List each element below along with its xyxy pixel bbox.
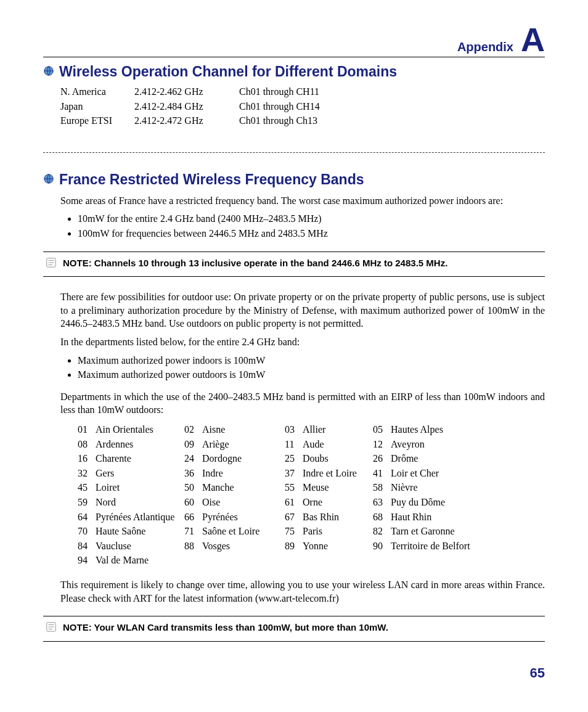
dept-code: 24 [184, 452, 200, 465]
dept-code: 61 [285, 496, 300, 509]
dept-code: 60 [184, 496, 200, 509]
dept-code: 68 [373, 510, 388, 524]
power-bullets: Maximum authorized power indoors is 100m… [78, 354, 545, 382]
dept-name: Doubs [303, 452, 370, 465]
dept-code: 50 [184, 481, 200, 494]
note-text: NOTE: Your WLAN Card transmits less than… [63, 621, 388, 634]
dept-code: 05 [373, 423, 388, 436]
dept-code: 25 [285, 452, 300, 465]
list-item: 100mW for frequencies between 2446.5 MHz… [78, 227, 545, 240]
dept-name: Nièvre [391, 481, 477, 494]
dept-code: 75 [285, 525, 300, 538]
note-text: NOTE: Channels 10 through 13 inclusive o… [63, 257, 447, 269]
cell: 2.412-2.462 GHz [134, 85, 239, 99]
dept-code: 36 [184, 467, 200, 480]
dept-name: Yonne [303, 539, 370, 553]
dept-code: 71 [184, 525, 200, 538]
paragraph: Departments in which the use of the 2400… [60, 390, 545, 417]
dept-code: 03 [285, 423, 300, 436]
dept-code: 90 [373, 539, 388, 553]
dept-name: Indre et Loire [303, 467, 370, 480]
dept-name: Aisne [202, 423, 282, 436]
intro-paragraph: Some areas of France have a restricted f… [60, 194, 545, 208]
section1-content: N. America 2.412-2.462 GHz Ch01 through … [60, 85, 545, 128]
dept-name: Gers [96, 467, 182, 480]
note-icon [46, 257, 57, 272]
dept-name: Drôme [391, 452, 477, 465]
section2-heading: France Restricted Wireless Frequency Ban… [43, 170, 545, 189]
dept-name: Indre [202, 467, 282, 480]
cell: Japan [60, 100, 134, 113]
dept-name: Haute Saône [96, 525, 182, 538]
cell: Europe ETSI [60, 114, 134, 128]
dept-code: 94 [78, 554, 93, 567]
note-box-2: NOTE: Your WLAN Card transmits less than… [43, 616, 545, 642]
dept-code: 55 [285, 481, 300, 494]
dept-name: Ardennes [96, 438, 182, 451]
dept-name: Nord [96, 496, 182, 509]
dept-code: 58 [373, 481, 388, 494]
dept-name: Territoire de Belfort [391, 539, 477, 553]
page-header: Appendix A [43, 25, 545, 57]
dept-code: 09 [184, 438, 200, 451]
dept-code [285, 554, 300, 567]
dept-code: 89 [285, 539, 300, 553]
dept-name: Paris [303, 525, 370, 538]
dept-name [391, 554, 477, 567]
paragraph: This requirement is likely to change ove… [60, 578, 545, 605]
dept-name: Hautes Alpes [391, 423, 477, 436]
dept-name: Bas Rhin [303, 510, 370, 524]
page-number: 65 [43, 664, 545, 682]
dept-name: Allier [303, 423, 370, 436]
dept-name: Charente [96, 452, 182, 465]
dept-name: Vaucluse [96, 539, 182, 553]
intro-bullets: 10mW for the entire 2.4 GHz band (2400 M… [78, 212, 545, 240]
dept-name: Saône et Loire [202, 525, 282, 538]
dept-code: 01 [78, 423, 93, 436]
dept-code: 26 [373, 452, 388, 465]
globe-icon [43, 62, 54, 81]
cell: Ch01 through CH14 [239, 100, 362, 113]
dept-name [202, 554, 282, 567]
dept-name: Ariège [202, 438, 282, 451]
dept-code: 67 [285, 510, 300, 524]
dept-code: 37 [285, 467, 300, 480]
dept-name: Ain Orientales [96, 423, 182, 436]
dept-code: 12 [373, 438, 388, 451]
cell: 2.412-2.484 GHz [134, 100, 239, 113]
section2-title: France Restricted Wireless Frequency Ban… [59, 170, 364, 189]
dept-name: Val de Marne [96, 554, 182, 567]
dept-name: Aude [303, 438, 370, 451]
dept-name: Oise [202, 496, 282, 509]
dept-code: 08 [78, 438, 93, 451]
dept-name: Manche [202, 481, 282, 494]
dept-code: 41 [373, 467, 388, 480]
dept-code: 70 [78, 525, 93, 538]
dept-code: 02 [184, 423, 200, 436]
dept-code: 16 [78, 452, 93, 465]
dept-code: 11 [285, 438, 300, 451]
dept-name: Meuse [303, 481, 370, 494]
dept-code: 45 [78, 481, 93, 494]
dept-code: 59 [78, 496, 93, 509]
cell: Ch01 through Ch13 [239, 114, 362, 128]
dept-name: Dordogne [202, 452, 282, 465]
dept-code: 64 [78, 510, 93, 524]
section1-title: Wireless Operation Channel for Different… [59, 62, 397, 81]
list-item: Maximum authorized power outdoors is 10m… [78, 368, 545, 382]
paragraph: There are few possibilities for outdoor … [60, 290, 545, 330]
dept-name: Pyrénées [202, 510, 282, 524]
departments-grid: 01Ain Orientales02Aisne03Allier05Hautes … [78, 423, 545, 567]
dept-code: 66 [184, 510, 200, 524]
dept-name: Pyrénées Atlantique [96, 510, 182, 524]
dept-name: Loiret [96, 481, 182, 494]
dept-name: Vosges [202, 539, 282, 553]
paragraph: In the departments listed below, for the… [60, 335, 545, 349]
dept-name [303, 554, 370, 567]
list-item: Maximum authorized power indoors is 100m… [78, 354, 545, 367]
dept-code [373, 554, 388, 567]
section-separator [43, 152, 545, 153]
section1-heading: Wireless Operation Channel for Different… [43, 62, 545, 81]
dept-name: Haut Rhin [391, 510, 477, 524]
dept-code: 63 [373, 496, 388, 509]
